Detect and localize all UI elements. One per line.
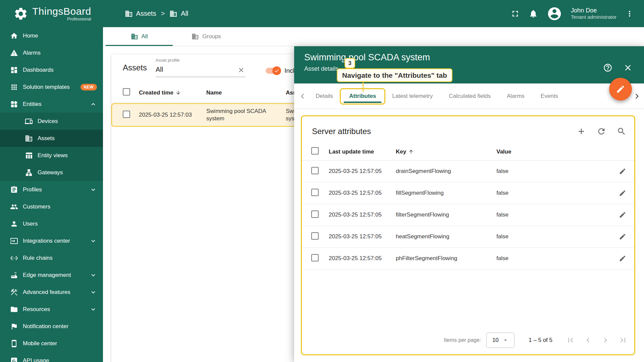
sidebar-item-entity-views[interactable]: Entity views [0,147,103,164]
row-checkbox[interactable] [311,254,319,261]
account-avatar-icon[interactable] [547,6,562,21]
asset-profile-filter[interactable]: Asset profile All [156,57,246,77]
attribute-row[interactable]: 2025-03-25 12:57:05 phFilterSegmentFlowi… [302,248,634,269]
sidebar-item-assets[interactable]: Assets [0,130,103,147]
chevron-down-icon [90,237,97,245]
fullscreen-icon[interactable] [511,9,520,18]
tab-calculated-fields[interactable]: Calculated fields [441,83,499,109]
tab-events[interactable]: Events [533,83,566,109]
prev-page-icon[interactable] [583,336,593,345]
profiles-icon [10,186,18,194]
sidebar-item-dashboards[interactable]: Dashboards [0,61,103,78]
sidebar-item-gateways[interactable]: Gateways [0,164,103,181]
server-attributes-card: Server attributes Last update time Key V… [301,115,635,355]
sidebar-item-alarms[interactable]: Alarms [0,44,103,61]
page-size-select[interactable]: 10 [486,333,515,348]
cell-name: Swimming pool SCADA system [206,108,286,122]
next-page-icon[interactable] [601,336,610,345]
items-per-page-label: Items per page: [444,337,481,343]
cell-key: heatSegmentFlowing [396,233,496,240]
column-last-update-time[interactable]: Last update time [329,148,396,155]
sidebar-item-resources[interactable]: Resources [0,301,103,318]
sidebar-item-devices[interactable]: Devices [0,113,103,130]
sidebar-item-mobile-center[interactable]: Mobile center [0,335,103,352]
help-icon[interactable] [603,63,612,72]
caret-down-icon [502,337,509,344]
attribute-row[interactable]: 2025-03-25 12:57:05 heatSegmentFlowing f… [302,226,634,248]
last-page-icon[interactable] [618,336,628,345]
row-checkbox[interactable] [123,111,130,118]
sidebar-item-api-usage[interactable]: API usage [0,352,103,362]
pencil-icon [616,84,625,94]
sidebar-item-profiles[interactable]: Profiles [0,181,103,198]
cell-key: drainSegmentFlowing [396,168,496,175]
attribute-row[interactable]: 2025-03-25 12:57:05 drainSegmentFlowing … [302,161,634,182]
sidebar-item-rule-chains[interactable]: Rule chains [0,249,103,266]
breadcrumb-assets[interactable]: Assets [125,10,156,18]
sidebar-item-advanced-features[interactable]: Advanced features [0,284,103,301]
sidebar-item-label: Profiles [23,186,42,193]
gateways-icon [25,169,33,177]
column-value[interactable]: Value [496,148,613,155]
cell-time: 2025-03-25 12:57:05 [329,190,396,196]
close-icon[interactable] [623,63,633,72]
cell-created-time: 2025-03-25 12:57:03 [139,112,206,118]
select-all-checkbox[interactable] [123,88,130,96]
insert-chart-icon [10,357,18,362]
tab-all[interactable]: All [106,27,173,46]
edit-attribute-icon[interactable] [619,189,626,197]
cell-key: filterSegmentFlowing [396,212,496,218]
sidebar-item-entities[interactable]: Entities [0,96,103,113]
tab-alarms[interactable]: Alarms [499,83,533,109]
assets-card-title: Assets [123,63,147,72]
edit-attribute-icon[interactable] [619,211,626,219]
more-vert-icon[interactable] [625,9,634,18]
edit-attribute-icon[interactable] [619,168,626,175]
column-name[interactable]: Name [206,89,286,96]
sidebar-item-notification-center[interactable]: Notification center [0,318,103,335]
sidebar-item-solution-templates[interactable]: Solution templates NEW [0,78,103,96]
logo-title: ThingsBoard [32,6,91,17]
sidebar-item-label: Integrations center [23,238,70,244]
row-checkbox[interactable] [311,189,319,196]
cell-time: 2025-03-25 12:57:05 [329,168,396,175]
tab-details[interactable]: Details [308,83,341,109]
edit-attribute-icon[interactable] [619,255,626,262]
select-all-checkbox[interactable] [311,147,319,155]
include-toggle[interactable] [266,68,280,74]
refresh-icon[interactable] [597,127,606,136]
attribute-row[interactable]: 2025-03-25 12:57:05 fillSegmentFlowing f… [302,182,634,204]
thingsboard-logo[interactable]: ThingsBoard Professional [13,6,91,21]
sidebar-item-users[interactable]: Users [0,215,103,232]
sidebar-item-label: Assets [38,135,55,142]
row-checkbox[interactable] [311,232,319,240]
logo-subtitle: Professional [67,16,91,21]
notifications-icon[interactable] [529,9,538,18]
tab-latest-telemetry[interactable]: Latest telemetry [384,83,441,109]
tabs-scroll-left-icon[interactable] [298,91,308,101]
sidebar-item-integrations-center[interactable]: Integrations center [0,232,103,249]
sidebar-item-home[interactable]: Home [0,27,103,44]
sidebar-item-edge-management[interactable]: Edge management [0,266,103,284]
edit-attribute-icon[interactable] [619,233,626,240]
column-created-time[interactable]: Created time [139,89,206,96]
warning-icon [10,49,18,57]
tabs-scroll-right-icon[interactable] [632,91,642,101]
row-checkbox[interactable] [311,167,319,174]
first-page-icon[interactable] [566,336,575,345]
page-size-value: 10 [492,337,499,344]
row-checkbox[interactable] [311,210,319,218]
attribute-row[interactable]: 2025-03-25 12:57:05 filterSegmentFlowing… [302,204,634,226]
add-attribute-icon[interactable] [577,127,586,136]
column-key[interactable]: Key [396,148,496,155]
user-name: John Doe [571,7,616,14]
edit-fab[interactable] [609,78,632,101]
sidebar-item-customers[interactable]: Customers [0,198,103,215]
chevron-down-icon [90,289,97,296]
clear-filter-icon[interactable] [237,66,245,74]
sidebar-item-label: Advanced features [23,289,70,296]
breadcrumb-all[interactable]: All [169,10,188,18]
details-tabs: Details Attributes Latest telemetry Calc… [294,83,644,109]
search-icon[interactable] [617,127,626,136]
tab-groups[interactable]: Groups [173,27,240,46]
